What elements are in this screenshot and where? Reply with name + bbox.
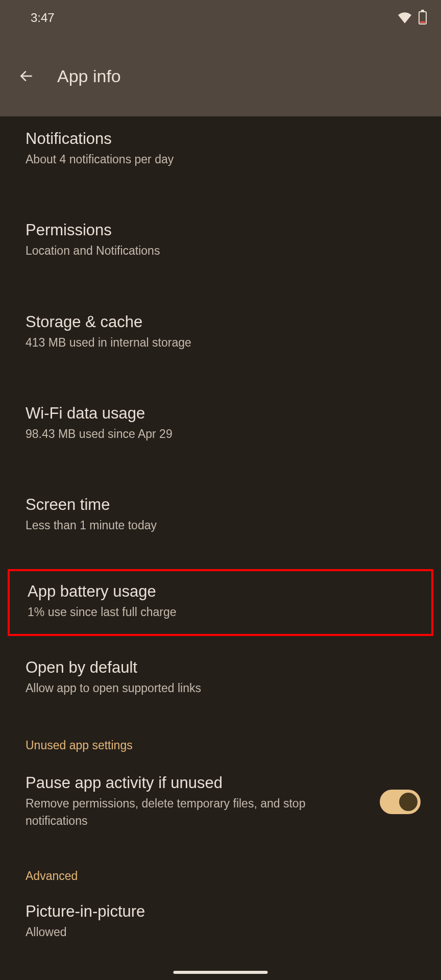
back-button[interactable]: [14, 64, 39, 88]
status-bar: 3:47: [0, 0, 441, 36]
setting-title: Open by default: [26, 658, 415, 677]
setting-title: Picture-in-picture: [26, 902, 415, 921]
gesture-nav-bar[interactable]: [174, 971, 268, 974]
setting-subtitle: About 4 notifications per day: [26, 151, 415, 168]
toggle-thumb: [399, 793, 418, 811]
status-time: 3:47: [31, 11, 55, 25]
setting-subtitle: Less than 1 minute today: [26, 517, 415, 534]
pause-toggle[interactable]: [380, 790, 421, 814]
setting-subtitle: Remove permissions, delete temporary fil…: [26, 795, 370, 829]
arrow-left-icon: [18, 68, 35, 84]
content-area: Notifications About 4 notifications per …: [0, 116, 441, 956]
battery-icon: [419, 11, 427, 24]
setting-title: App battery usage: [28, 582, 413, 601]
section-advanced: Advanced: [0, 858, 441, 893]
app-header: App info: [0, 36, 441, 116]
setting-subtitle: 413 MB used in internal storage: [26, 334, 415, 351]
setting-pause-activity[interactable]: Pause app activity if unused Remove perm…: [0, 763, 441, 845]
setting-permissions[interactable]: Permissions Location and Notifications: [0, 208, 441, 275]
setting-title: Permissions: [26, 221, 415, 239]
setting-title: Notifications: [26, 130, 415, 148]
setting-storage[interactable]: Storage & cache 413 MB used in internal …: [0, 300, 441, 366]
setting-subtitle: 1% use since last full charge: [28, 604, 413, 621]
setting-open-default[interactable]: Open by default Allow app to open suppor…: [0, 645, 441, 712]
setting-battery-usage[interactable]: App battery usage 1% use since last full…: [8, 569, 433, 636]
status-icons: [398, 11, 427, 24]
section-unused-apps: Unused app settings: [0, 727, 441, 763]
setting-screen-time[interactable]: Screen time Less than 1 minute today: [0, 482, 441, 549]
setting-title: Pause app activity if unused: [26, 774, 370, 792]
setting-notifications[interactable]: Notifications About 4 notifications per …: [0, 116, 441, 183]
setting-title: Storage & cache: [26, 313, 415, 331]
setting-subtitle: 98.43 MB used since Apr 29: [26, 426, 415, 443]
page-title: App info: [57, 66, 121, 86]
setting-title: Wi-Fi data usage: [26, 404, 415, 423]
setting-subtitle: Allowed: [26, 924, 415, 941]
setting-subtitle: Allow app to open supported links: [26, 680, 415, 697]
setting-subtitle: Location and Notifications: [26, 242, 415, 259]
setting-title: Screen time: [26, 496, 415, 514]
setting-pip[interactable]: Picture-in-picture Allowed: [0, 893, 441, 956]
setting-wifi-data[interactable]: Wi-Fi data usage 98.43 MB used since Apr…: [0, 391, 441, 458]
wifi-icon: [398, 12, 411, 23]
